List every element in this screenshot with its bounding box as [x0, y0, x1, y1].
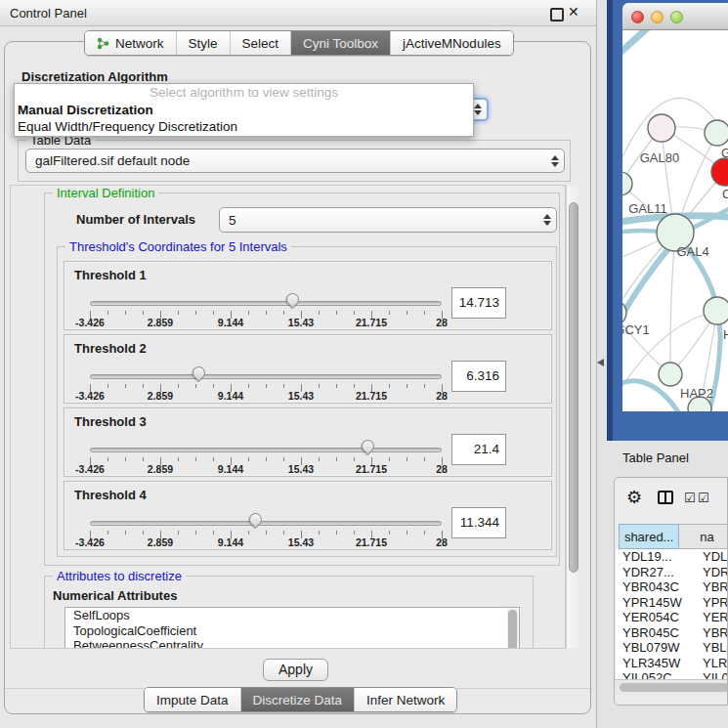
split-columns-icon[interactable] [658, 491, 673, 504]
cell-shared-name: YDL19... [622, 549, 672, 565]
slider-tick [266, 311, 267, 315]
table-row[interactable]: YPR145WYPR1 [616, 595, 728, 611]
settings-scrollbar-thumb[interactable] [569, 202, 578, 573]
tab-impute-data[interactable]: Impute Data [145, 688, 240, 711]
gear-icon[interactable]: ⚙ [626, 489, 642, 506]
threshold-slider-track[interactable] [90, 374, 442, 379]
table-hscrollbar[interactable] [615, 679, 728, 695]
threshold-panel-3: Threshold 3-3.4262.8599.14415.4321.71528… [64, 407, 552, 477]
algorithm-item-1[interactable]: Manual Discretization [15, 102, 473, 118]
slider-tick [336, 457, 337, 461]
tab-network[interactable]: Network [85, 31, 176, 55]
column-header-shared-name[interactable]: shared... [619, 524, 679, 549]
algorithm-items: Manual DiscretizationEqual Width/Frequen… [15, 102, 473, 135]
slider-tick [354, 311, 355, 315]
threshold-label: Threshold 4 [74, 488, 147, 502]
slider-scale-label: 21.715 [342, 390, 401, 402]
table-row[interactable]: YBR043CYBR0 [616, 579, 728, 595]
settings-scrollbar[interactable] [566, 186, 580, 648]
slider-tick [336, 384, 337, 388]
threshold-value-field[interactable]: 6.316 [451, 361, 506, 392]
tab-discretize-data[interactable]: Discretize Data [240, 688, 355, 711]
attribute-item[interactable]: BetweennessCentrality [65, 638, 519, 649]
slider-tick [195, 457, 196, 461]
network-node[interactable] [648, 114, 675, 142]
threshold-slider-track[interactable] [90, 448, 442, 452]
slider-tick [195, 531, 196, 535]
slider-scale-label: 15.43 [272, 536, 330, 548]
algorithm-prompt-item[interactable]: Select algorithm to view settings [15, 84, 473, 102]
slider-scale-label: 21.715 [342, 536, 401, 548]
tab-style[interactable]: Style [176, 31, 230, 55]
slider-scale-label: 9.144 [201, 390, 260, 402]
slider-tick [248, 531, 249, 535]
network-window-titlebar[interactable] [622, 3, 728, 30]
threshold-slider-track[interactable] [90, 521, 442, 526]
slider-scale-label: 9.144 [201, 317, 260, 328]
threshold-value-field[interactable]: 21.4 [451, 434, 506, 465]
table-row[interactable]: YIL052CYIL0 [616, 670, 728, 679]
cell-shared-name: YBL079W [622, 640, 680, 656]
minimize-traffic-light[interactable] [651, 11, 664, 23]
network-edge[interactable] [670, 233, 675, 374]
network-graph: GAL80GACGAL11GAL4GCY1HHAP2 [622, 30, 728, 411]
attribute-item[interactable]: SelfLoops [65, 608, 519, 623]
table-panel: ⚙ ☑ ☑ shared... na YDL19...YDL1YDR27...Y… [614, 477, 728, 706]
cell-shared-name: YBR045C [622, 625, 679, 641]
table-row[interactable]: YBR045CYBR0 [616, 625, 728, 641]
checkbox-column-icon[interactable]: ☑ [684, 491, 696, 505]
slider-tick [125, 384, 126, 388]
interval-definition-group: Interval Definition Number of Intervals … [44, 193, 560, 566]
table-hscrollbar-thumb[interactable] [620, 683, 728, 692]
slider-tick [213, 531, 214, 535]
column-header-name[interactable]: na [679, 524, 728, 549]
float-window-icon[interactable] [550, 8, 564, 21]
cell-shared-name: YBR043C [622, 579, 679, 595]
threshold-label: Threshold 2 [74, 341, 147, 356]
attributes-list[interactable]: SelfLoopsTopologicalCoefficientBetweenne… [64, 607, 520, 649]
network-canvas[interactable]: GAL80GACGAL11GAL4GCY1HHAP2 [622, 30, 728, 411]
cyni-mode-tabbar: Impute DataDiscretize DataInfer Network [144, 687, 457, 712]
settings-viewport: Interval Definition Number of Intervals … [10, 185, 566, 649]
num-intervals-label: Number of Intervals [76, 212, 195, 227]
close-traffic-light[interactable] [631, 11, 644, 23]
tab-infer-network[interactable]: Infer Network [354, 688, 456, 711]
table-body[interactable]: YDL19...YDL1YDR27...YDR2YBR043CYBR0YPR14… [616, 549, 728, 679]
algorithm-dropdown-popup: Select algorithm to view settings Manual… [14, 83, 474, 137]
table-row[interactable]: YLR345WYLR3 [616, 656, 728, 671]
threshold-panel-2: Threshold 2-3.4262.8599.14415.4321.71528… [64, 334, 552, 404]
attribute-item[interactable]: TopologicalCoefficient [65, 623, 519, 639]
checkbox-column-icon[interactable]: ☑ [698, 491, 709, 505]
close-icon[interactable]: ✕ [568, 4, 579, 20]
table-row[interactable]: YER054CYER0 [616, 610, 728, 625]
tab-select[interactable]: Select [230, 31, 291, 55]
threshold-slider-track[interactable] [90, 301, 442, 306]
slider-scale-label: 9.144 [201, 463, 260, 475]
table-row[interactable]: YDL19...YDL1 [616, 549, 728, 565]
network-node[interactable] [705, 120, 728, 146]
cell-name: YDR2 [703, 565, 728, 580]
zoom-traffic-light[interactable] [670, 11, 683, 23]
slider-tick [178, 457, 179, 461]
threshold-value-field[interactable]: 11.344 [451, 507, 506, 538]
numerical-attributes-heading: Numerical Attributes [53, 588, 177, 603]
cell-name: YBR0 [703, 579, 728, 595]
slider-tick [266, 384, 267, 388]
apply-button[interactable]: Apply [263, 659, 328, 681]
table-data-combobox[interactable]: galFiltered.sif default node [25, 149, 565, 173]
table-row[interactable]: YBL079WYBL0 [616, 640, 728, 656]
tab-cyni-toolbox[interactable]: Cyni Toolbox [290, 31, 390, 55]
network-node-label: GCY1 [622, 322, 650, 337]
attributes-scrollbar[interactable] [507, 609, 518, 649]
network-node[interactable] [659, 363, 682, 386]
slider-tick [424, 384, 425, 388]
network-edge-highlighted[interactable] [622, 30, 658, 67]
threshold-value-field[interactable]: 14.713 [451, 287, 506, 319]
algorithm-item-2[interactable]: Equal Width/Frequency Discretization [15, 118, 473, 135]
tab-jactivemnodules[interactable]: jActiveMNodules [390, 31, 513, 55]
table-row[interactable]: YDR27...YDR2 [616, 565, 728, 580]
slider-tick [213, 384, 214, 388]
slider-tick [248, 457, 249, 461]
num-intervals-combobox[interactable]: 5 [219, 207, 557, 233]
network-node[interactable] [704, 297, 728, 324]
